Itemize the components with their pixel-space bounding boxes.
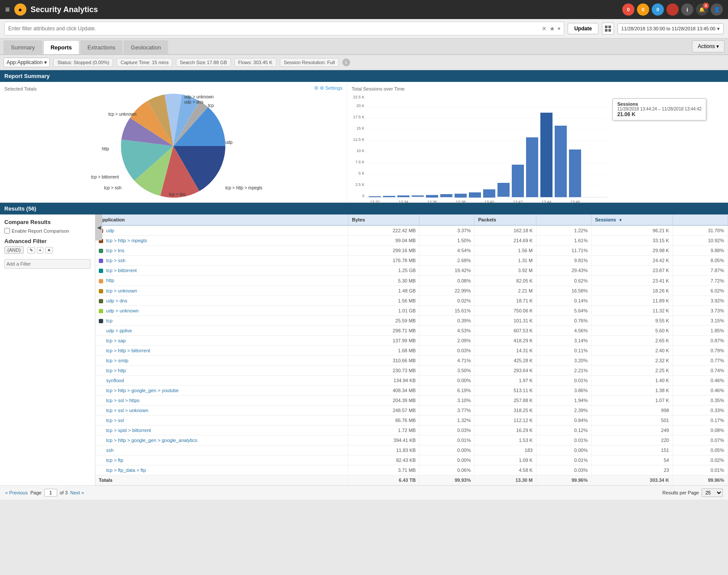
totals-sessions: 303.34 K — [592, 475, 673, 485]
packets-cell: 1.53 K — [474, 435, 536, 445]
bar-6[interactable] — [455, 194, 467, 198]
menu-icon[interactable]: ≡ — [5, 5, 10, 14]
packets-pct-cell: 9.81% — [536, 256, 592, 266]
sessions-pct-cell: 0.46% — [673, 385, 728, 395]
app-name-cell[interactable]: tcp > http — [95, 365, 348, 375]
app-name-cell[interactable]: ssh — [95, 445, 348, 455]
app-name-cell[interactable]: tcp > ssh — [95, 256, 348, 266]
star-icon[interactable]: ★ — [549, 25, 555, 32]
app-name-cell[interactable]: tcp > bittorrent — [95, 266, 348, 276]
app-name-cell[interactable]: synflood — [95, 375, 348, 385]
app-name-cell[interactable]: tcp > ssl — [95, 415, 348, 425]
enable-comparison-checkbox[interactable] — [4, 228, 10, 234]
bytes-pct-cell: 0.39% — [419, 315, 474, 325]
app-name-cell[interactable]: tcp > ftp — [95, 455, 348, 465]
time-chart-title: Total Sessions over Time — [351, 86, 724, 91]
bar-10[interactable] — [512, 165, 524, 197]
sessions-pct-cell: 10.92% — [673, 236, 728, 246]
user-icon[interactable]: 👤 — [711, 3, 723, 16]
settings-link[interactable]: ⚙ ⚙ Settings — [314, 85, 343, 91]
tab-geolocation[interactable]: Geolocation — [124, 40, 168, 54]
bar-3[interactable] — [412, 195, 424, 197]
previous-button[interactable]: « Previous — [5, 490, 28, 495]
app-name-cell[interactable]: http — [95, 276, 348, 286]
bar-1[interactable] — [383, 196, 395, 197]
app-name-cell[interactable]: udp — [95, 225, 348, 236]
filter-action-1[interactable]: ✎ — [27, 247, 35, 253]
col-packets[interactable]: Packets — [474, 214, 536, 225]
update-button[interactable]: Update — [568, 23, 598, 34]
tab-summary[interactable]: Summary — [3, 40, 42, 54]
badge-1[interactable]: 0 — [637, 3, 649, 16]
app-name-cell[interactable]: tcp > ssl > https — [95, 395, 348, 405]
grid-view-button[interactable] — [602, 23, 614, 35]
label-udp-unknown: udp > unknown — [184, 94, 214, 99]
bell-icon[interactable]: 🔔 0 — [696, 3, 708, 16]
clear-icon[interactable]: ✕ — [542, 25, 547, 32]
packets-pct-cell: 3.86% — [536, 385, 592, 395]
app-name-cell[interactable]: tcp > ftp_data > ftp — [95, 465, 348, 475]
results-per-page-select[interactable]: 25 50 100 — [702, 488, 723, 497]
bar-2[interactable] — [397, 195, 410, 197]
col-sessions[interactable]: Sessions ▼ — [592, 214, 673, 225]
bar-4[interactable] — [426, 195, 438, 198]
app-dropdown[interactable]: App:Application ▾ — [3, 58, 50, 67]
col-bytes[interactable]: Bytes — [348, 214, 419, 225]
filter-action-3[interactable]: ✕ — [45, 247, 53, 253]
app-name-cell[interactable]: tcp > ssl > unknown — [95, 405, 348, 415]
bar-11[interactable] — [526, 137, 538, 197]
tab-extractions[interactable]: Extractions — [80, 40, 123, 54]
app-name-cell[interactable]: udp > dns — [95, 296, 348, 305]
info-icon[interactable]: i — [342, 58, 350, 66]
bar-12-highlight[interactable] — [540, 113, 552, 197]
date-chevron-icon[interactable]: ▾ — [717, 26, 720, 32]
tab-reports[interactable]: Reports — [43, 40, 79, 54]
col-sessions-pct[interactable] — [673, 214, 728, 225]
results-table: Application Bytes Packets Sessions ▼ udp… — [95, 214, 728, 485]
bytes-pct-cell: 6.19% — [419, 385, 474, 395]
filter-input[interactable] — [8, 26, 542, 32]
bar-7[interactable] — [469, 192, 481, 198]
info-nav-icon[interactable]: i — [681, 3, 693, 16]
badge-3[interactable] — [666, 3, 679, 16]
and-filter-row: (AND) ✎ + ✕ — [4, 246, 91, 254]
bar-13[interactable] — [555, 126, 567, 197]
bar-9[interactable] — [497, 183, 510, 197]
app-name-cell[interactable]: tcp > tns — [95, 246, 348, 256]
page-input[interactable] — [44, 489, 57, 497]
app-name-cell[interactable]: tcp > http > google_gen > google_analyti… — [95, 435, 348, 445]
badge-2[interactable]: 0 — [652, 3, 664, 16]
badge-0[interactable]: 0 — [622, 3, 634, 16]
app-name-cell[interactable]: tcp > sap — [95, 335, 348, 345]
app-name-cell[interactable]: udp > pplive — [95, 325, 348, 335]
filter-action-2[interactable]: + — [37, 247, 44, 253]
actions-button[interactable]: Actions ▾ — [692, 40, 725, 52]
app-name-cell[interactable]: tcp > smtp — [95, 355, 348, 365]
chevron-down-icon[interactable]: ▾ — [558, 26, 560, 32]
label-tcp-ssh: tcp > ssh — [104, 185, 121, 190]
bytes-pct-cell: 0.08% — [419, 276, 474, 286]
app-name-cell[interactable]: tcp > spid > bittorrent — [95, 425, 348, 435]
col-application[interactable]: Application — [95, 214, 348, 225]
bar-8[interactable] — [483, 189, 495, 198]
app-dropdown-label: App:Application — [6, 59, 42, 65]
sidebar-collapse-button[interactable]: ◀ — [95, 214, 102, 240]
bar-5[interactable] — [440, 194, 452, 197]
col-packets-pct[interactable] — [536, 214, 592, 225]
app-name-cell[interactable]: tcp — [95, 315, 348, 325]
app-name-cell[interactable]: tcp > http > bittorrent — [95, 345, 348, 355]
app-name-cell[interactable]: udp > unknown — [95, 305, 348, 315]
packets-pct-cell: 16.58% — [536, 286, 592, 296]
app-name-cell[interactable]: tcp > http > google_gen > youtube — [95, 385, 348, 395]
bar-14[interactable] — [569, 149, 581, 197]
app-name-cell[interactable]: tcp > unknown — [95, 286, 348, 296]
filter-actions: ✎ + ✕ — [27, 247, 53, 253]
col-bytes-pct[interactable] — [419, 214, 474, 225]
packets-pct-cell: 0.12% — [536, 425, 592, 435]
packets-cell: 3.92 M — [474, 266, 536, 276]
bar-0[interactable] — [369, 196, 381, 197]
next-button[interactable]: Next » — [70, 490, 84, 495]
app-name-cell[interactable]: tcp > http > mpegts — [95, 236, 348, 246]
date-range[interactable]: 11/28/2018 13:30:00 to 11/28/2018 13:45:… — [618, 23, 724, 34]
add-filter-button[interactable]: Add a Filter — [4, 259, 91, 269]
